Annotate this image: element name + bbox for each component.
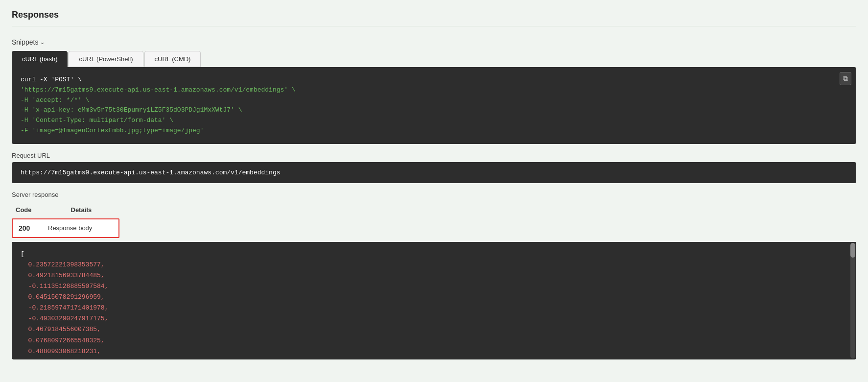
code-block: curl -X 'POST' \ 'https://7m15gatms9.exe… <box>12 67 856 144</box>
json-val-9: 0.4880993068218231, <box>21 348 101 355</box>
snippets-label: Snippets <box>12 38 38 46</box>
col-header-details: Details <box>71 206 92 214</box>
tab-curl-bash[interactable]: cURL (bash) <box>12 51 68 67</box>
response-table-header: Code Details <box>12 203 856 216</box>
response-body-block[interactable]: [ 0.23572221398353577, 0.492181569337844… <box>12 242 856 359</box>
json-val-2: 0.49218156933784485, <box>21 272 105 279</box>
scrollbar-track[interactable] <box>850 243 855 358</box>
tab-curl-powershell[interactable]: cURL (PowerShell) <box>69 51 143 67</box>
col-header-code: Code <box>16 206 32 214</box>
request-url-label: Request URL <box>12 152 856 159</box>
page-title: Responses <box>12 10 856 26</box>
response-code: 200 <box>19 224 48 232</box>
code-line-6: -F 'image=@ImagenCortexEmbb.jpg;type=ima… <box>21 127 204 134</box>
snippets-section: Snippets ⌄ <box>12 38 856 46</box>
code-line-3: -H 'accept: */*' \ <box>21 96 89 104</box>
json-val-8: 0.07680972665548325, <box>21 337 105 344</box>
json-bracket-open: [ <box>21 250 24 258</box>
copy-button[interactable]: ⧉ <box>840 72 851 85</box>
response-row: 200 Response body <box>12 218 119 238</box>
json-val-1: 0.23572221398353577, <box>21 261 105 268</box>
code-line-5: -H 'Content-Type: multipart/form-data' \ <box>21 117 173 124</box>
code-line-4: -H 'x-api-key: eMm3v5r75t30Epumry1LZ5F35… <box>21 106 242 114</box>
request-url-value: https://7m15gatms9.execute-api.us-east-1… <box>12 162 856 183</box>
server-response-label: Server response <box>12 191 856 198</box>
json-val-6: -0.49303290247917175, <box>21 315 108 322</box>
code-line-1: curl -X 'POST' \ <box>21 76 82 83</box>
json-val-7: 0.4679184556007385, <box>21 326 101 333</box>
chevron-down-icon[interactable]: ⌄ <box>40 39 45 46</box>
tab-curl-cmd[interactable]: cURL (CMD) <box>144 51 201 67</box>
page-container: Responses Snippets ⌄ cURL (bash) cURL (P… <box>0 0 868 382</box>
response-body-label: Response body <box>48 224 92 232</box>
json-val-5: -0.21859747171401978, <box>21 304 108 311</box>
tabs-bar: cURL (bash) cURL (PowerShell) cURL (CMD) <box>12 51 856 67</box>
code-line-2: 'https://7m15gatms9.execute-api.us-east-… <box>21 86 296 94</box>
scrollbar-thumb[interactable] <box>850 243 855 258</box>
json-val-4: 0.04515078291296959, <box>21 293 105 301</box>
json-val-3: -0.11135128885507584, <box>21 283 108 290</box>
